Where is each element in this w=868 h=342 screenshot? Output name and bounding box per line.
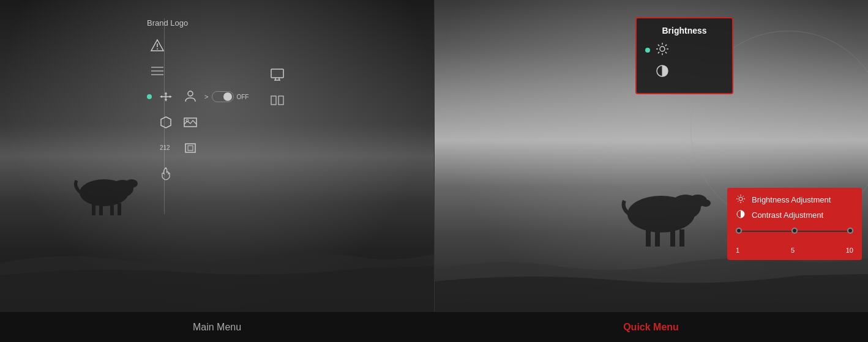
quick-menu-label: Quick Menu xyxy=(434,322,868,333)
svg-rect-31 xyxy=(279,96,283,105)
svg-rect-5 xyxy=(110,203,114,215)
brightness-legend-row: Brightness Adjustment xyxy=(736,194,853,206)
main-container: Brand Logo xyxy=(0,0,868,312)
arrows-icon[interactable] xyxy=(155,86,176,107)
slider-label-mid: 5 xyxy=(791,247,795,254)
svg-marker-17 xyxy=(160,95,162,98)
svg-rect-6 xyxy=(118,203,121,215)
svg-line-56 xyxy=(738,196,738,196)
svg-point-2 xyxy=(125,179,138,188)
contrast-legend-label: Contrast Adjustment xyxy=(752,210,823,220)
brand-logo-label: Brand Logo xyxy=(147,18,269,28)
svg-point-51 xyxy=(739,197,743,201)
brightness-legend-label: Brightness Adjustment xyxy=(752,195,831,204)
svg-line-45 xyxy=(658,45,659,46)
slider-label-max: 10 xyxy=(846,247,853,254)
svg-marker-20 xyxy=(161,117,171,128)
svg-rect-30 xyxy=(271,96,276,105)
main-menu-label: Main Menu xyxy=(0,322,434,333)
hex-icon[interactable] xyxy=(155,112,176,133)
terrain-left xyxy=(0,214,434,312)
counter-icon[interactable]: 212 xyxy=(155,138,176,158)
brightness-popup: Brightness xyxy=(635,17,733,94)
selected-dot xyxy=(645,48,650,53)
slider-dot-5 xyxy=(791,228,798,234)
brightness-icon-row xyxy=(645,42,724,59)
contrast-icon[interactable] xyxy=(655,64,670,81)
svg-text:212: 212 xyxy=(160,144,170,151)
animal-silhouette-left xyxy=(61,159,147,220)
svg-rect-24 xyxy=(185,144,195,152)
brightness-title: Brightness xyxy=(645,26,724,35)
svg-rect-11 xyxy=(151,67,163,68)
slider-dot-1 xyxy=(736,228,742,234)
svg-line-57 xyxy=(743,201,744,202)
toggle-off-button[interactable]: OFF xyxy=(212,91,249,102)
contrast-icon-row xyxy=(645,64,724,81)
svg-point-9 xyxy=(157,48,158,50)
osd-icon[interactable] xyxy=(267,90,288,111)
svg-line-47 xyxy=(665,45,667,46)
svg-line-59 xyxy=(738,201,738,202)
svg-rect-12 xyxy=(151,74,163,75)
svg-rect-26 xyxy=(271,69,283,78)
svg-line-58 xyxy=(743,196,744,196)
main-menu-overlay: Brand Logo xyxy=(147,18,269,189)
slider-dot-10 xyxy=(847,228,853,234)
svg-line-46 xyxy=(665,52,667,53)
labels-bar: Main Menu Quick Menu xyxy=(0,312,868,342)
svg-marker-18 xyxy=(170,95,172,98)
svg-point-35 xyxy=(701,199,711,207)
contrast-legend-icon xyxy=(736,209,747,221)
image-icon[interactable] xyxy=(180,112,201,133)
svg-rect-4 xyxy=(99,203,103,215)
slider-labels: 1 5 10 xyxy=(736,247,853,254)
contrast-legend-row: Contrast Adjustment xyxy=(736,209,853,221)
brightness-icon[interactable] xyxy=(655,42,670,59)
legend-slider xyxy=(736,226,853,238)
fire-icon[interactable] xyxy=(155,163,176,184)
svg-rect-10 xyxy=(151,70,163,72)
svg-line-48 xyxy=(658,52,659,53)
left-panel: Brand Logo xyxy=(0,0,434,312)
reticle-icon[interactable] xyxy=(147,61,168,81)
svg-marker-16 xyxy=(165,99,167,102)
right-panel: Brightness xyxy=(434,0,868,312)
svg-rect-25 xyxy=(188,146,193,151)
quick-legend: Brightness Adjustment Contrast Adjustmen… xyxy=(727,188,862,260)
svg-marker-15 xyxy=(165,92,167,94)
frame-icon[interactable] xyxy=(180,138,201,158)
svg-rect-3 xyxy=(92,203,95,215)
svg-point-40 xyxy=(660,46,665,51)
brightness-legend-icon xyxy=(736,194,747,206)
svg-point-19 xyxy=(188,91,193,96)
monitor-icon[interactable] xyxy=(267,64,288,85)
warning-icon[interactable] xyxy=(147,35,168,56)
person-icon[interactable] xyxy=(180,86,201,107)
slider-label-min: 1 xyxy=(736,247,739,254)
